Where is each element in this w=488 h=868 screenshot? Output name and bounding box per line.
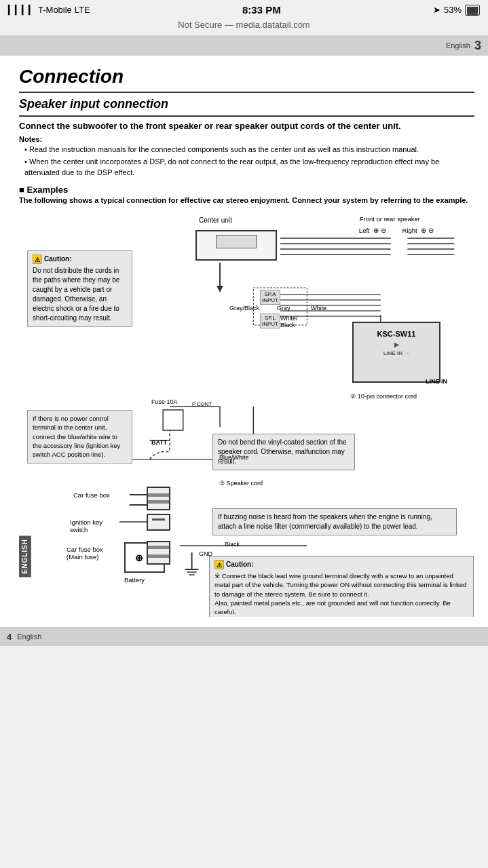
line-in-label: LINE IN: [426, 378, 447, 385]
notes-list: Read the instruction manuals for the con…: [19, 145, 474, 178]
ground-caution-title: ⚠ Caution:: [214, 560, 468, 569]
status-left: ▎▎▎▎ T-Mobile LTE: [8, 5, 90, 15]
ignition-key-label: Ignition keyswitch: [70, 518, 102, 533]
gray-label: Gray: [277, 305, 290, 312]
navigation-icon: ➤: [433, 5, 440, 15]
svg-rect-35: [163, 410, 183, 430]
ground-caution-box: ⚠ Caution: ※ Connect the black lead wire…: [209, 556, 474, 617]
ksc-label: KSC-SW11: [354, 326, 439, 338]
content-area: Connection Speaker input connection Conn…: [0, 56, 488, 627]
speaker-note-text: Do not bend the vinyl-coated section of …: [218, 438, 347, 465]
battery-icon: ▓▓: [465, 5, 480, 16]
examples-desc: The following shows a typical connection…: [19, 196, 474, 204]
speaker-cord-label: ③ Speaker cord: [219, 480, 263, 487]
battery-percent: 53%: [444, 5, 462, 15]
white-label: White: [311, 305, 326, 312]
center-unit-label: Center unit: [199, 216, 232, 224]
car-fuse-main-symbol: [147, 541, 170, 565]
ground-caution-text: ※ Connect the black lead wire ground ter…: [214, 571, 468, 616]
ground-caution-icon: ⚠: [214, 560, 224, 569]
bottom-bar: 4 English: [0, 627, 488, 646]
front-rear-speaker-label: Front or rear speaker: [360, 215, 420, 223]
caution-text-left: Do not distribute the cords in the paths…: [33, 267, 119, 322]
signal-bars: ▎▎▎▎: [8, 5, 35, 15]
battery-label: Battery: [124, 576, 145, 584]
svg-marker-9: [217, 286, 223, 293]
right-speaker-label: Right ⊕ ⊖: [402, 227, 434, 234]
network-label: LTE: [75, 5, 90, 15]
left-speaker-label: Left ⊕ ⊖: [359, 227, 386, 234]
page-content: English 3 Connection Speaker input conne…: [0, 35, 488, 646]
address-bar[interactable]: Not Secure — media.datatail.com: [0, 18, 488, 35]
subtitle-divider: [19, 115, 474, 117]
section-subtitle: Speaker input connection: [19, 97, 474, 111]
title-divider: [19, 92, 474, 93]
examples-section: Examples The following shows a typical c…: [19, 185, 474, 617]
note-item-1: Read the instruction manuals for the con…: [24, 145, 474, 155]
main-instruction: Connect the subwoofer to the front speak…: [19, 121, 474, 131]
examples-title: Examples: [19, 185, 474, 195]
white-black-label: White/Black: [280, 315, 298, 328]
notes-title: Notes:: [19, 135, 474, 143]
status-right: ➤ 53% ▓▓: [433, 5, 480, 16]
status-bar: ▎▎▎▎ T-Mobile LTE 8:33 PM ➤ 53% ▓▓: [0, 0, 488, 18]
center-unit-box: [195, 230, 277, 261]
main-title: Connection: [19, 66, 474, 88]
blue-white-label: Blue/White: [219, 454, 249, 461]
language-label-bottom: English: [17, 633, 41, 641]
url-text: media.datatail.com: [236, 20, 310, 30]
buzzing-note-box: If buzzing noise is heard from the speak…: [212, 508, 457, 535]
info-box-text: If there is no power control terminal in…: [33, 415, 120, 458]
black-label: Black: [225, 541, 240, 548]
info-box-left: If there is no power control terminal in…: [27, 410, 132, 463]
english-sidebar-label: ENGLISH: [19, 535, 31, 577]
language-label-top: English: [446, 41, 470, 50]
car-fuse-box-main-label: Car fuse box(Main fuse): [67, 546, 103, 561]
spa-input-label: SP.AINPUT: [260, 290, 280, 305]
carrier-label: T-Mobile: [38, 5, 72, 15]
security-label: Not Secure: [178, 20, 222, 30]
connector-label: ② 10-pin connector cord: [350, 393, 417, 400]
spl-input-label: SP.LINPUT: [260, 314, 280, 328]
car-fuse-box-symbol-1: [147, 487, 170, 510]
fuse-label: Fuse 10A: [151, 398, 178, 405]
caution-icon-left: ⚠: [33, 254, 42, 264]
caution-box-left: ⚠ Caution: Do not distribute the cords i…: [27, 250, 132, 327]
ignition-switch-symbol: [147, 514, 170, 531]
wiring-diagram: ENGLISH: [19, 210, 474, 617]
gray-black-label: Gray/Black: [229, 305, 259, 312]
top-bar: English 3: [0, 35, 488, 56]
note-item-2: When the center unit incorporates a DSP,…: [24, 157, 474, 178]
time-display: 8:33 PM: [242, 4, 281, 16]
speaker-note-box: Do not bend the vinyl-coated section of …: [212, 434, 355, 470]
caution-title-left: ⚠ Caution:: [33, 254, 127, 264]
batt-label: BATT: [151, 439, 167, 446]
ksc-box: KSC-SW11 ▶ LINE IN →: [352, 322, 440, 383]
page-number-top: 3: [474, 39, 481, 53]
page-number-bottom: 4: [7, 632, 12, 642]
notes-section: Notes: Read the instruction manuals for …: [19, 135, 474, 178]
pcont-label: P.CONT: [192, 401, 212, 407]
car-fuse-box-label: Car fuse box: [73, 491, 110, 499]
buzzing-note-text: If buzzing noise is heard from the speak…: [218, 513, 432, 530]
separator: —: [225, 20, 233, 30]
